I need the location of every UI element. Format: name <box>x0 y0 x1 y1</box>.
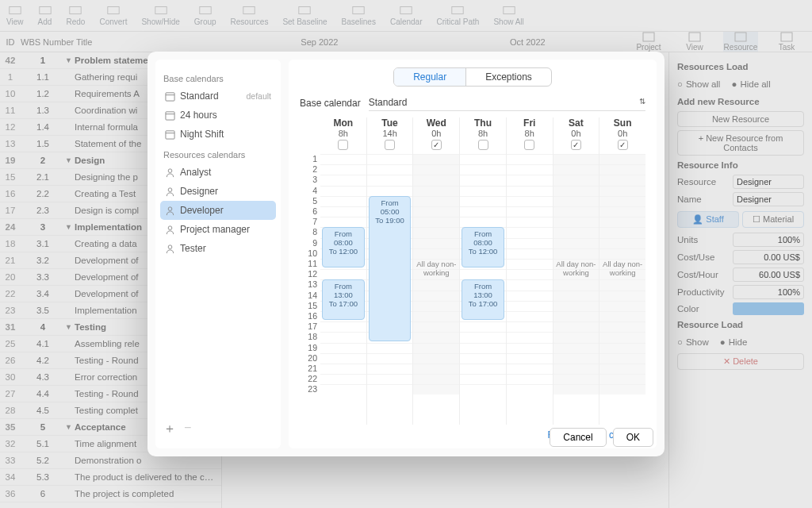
resource-calendar-item[interactable]: Developer <box>160 201 276 220</box>
svg-rect-16 <box>166 92 174 100</box>
resource-calendar-item[interactable]: Project manager <box>160 220 276 239</box>
ok-button[interactable]: OK <box>613 428 653 447</box>
day-checkbox[interactable] <box>618 140 628 150</box>
svg-rect-18 <box>166 111 174 119</box>
day-hours: 0h <box>553 129 599 138</box>
day-checkbox[interactable] <box>571 140 581 150</box>
base-calendar-label: Base calendar <box>300 98 361 109</box>
sidebar-section-label: Resources calendars <box>163 150 273 160</box>
svg-point-22 <box>168 168 172 172</box>
add-calendar-button[interactable]: ＋ <box>163 421 176 437</box>
day-hours: 8h <box>460 129 506 138</box>
time-block[interactable]: From 08:00To 12:00 <box>322 227 365 267</box>
time-block[interactable]: From 08:00To 12:00 <box>462 227 504 267</box>
day-column-mon: Mon8hFrom 08:00To 12:00From 13:00To 17:0… <box>320 117 366 425</box>
time-block[interactable]: From 13:00To 17:00 <box>322 279 365 320</box>
calendar-sidebar: Base calendars Standarddefault24 hoursNi… <box>155 60 281 448</box>
time-block[interactable]: From 05:00To 19:00 <box>369 196 412 341</box>
allday-label: All day non-working <box>553 260 599 277</box>
time-block[interactable]: From 13:00To 17:00 <box>462 279 504 320</box>
svg-point-23 <box>168 187 172 191</box>
base-calendar-item[interactable]: Night Shift <box>160 125 276 144</box>
cancel-button[interactable]: Cancel <box>550 428 606 447</box>
day-hours: 8h <box>507 129 553 138</box>
day-name: Tue <box>367 117 413 129</box>
day-name: Sun <box>599 117 645 129</box>
day-checkbox[interactable] <box>338 140 348 150</box>
day-hours: 8h <box>320 129 366 138</box>
sidebar-section-label: Base calendars <box>163 74 273 83</box>
day-column-tue: Tue14hFrom 05:00To 19:00 <box>366 117 413 425</box>
calendar-modal: Base calendars Standarddefault24 hoursNi… <box>147 52 665 456</box>
allday-label: All day non-working <box>599 260 645 277</box>
segment-regular[interactable]: Regular <box>394 68 465 86</box>
base-calendar-item[interactable]: Standarddefault <box>160 87 276 106</box>
day-column-thu: Thu8hFrom 08:00To 12:00From 13:00To 17:0… <box>459 117 506 425</box>
day-checkbox[interactable] <box>431 140 442 150</box>
modal-overlay: Base calendars Standarddefault24 hoursNi… <box>0 0 812 508</box>
resource-calendar-item[interactable]: Tester <box>160 239 276 258</box>
day-name: Thu <box>460 117 506 129</box>
svg-point-25 <box>168 225 172 229</box>
day-checkbox[interactable] <box>524 140 534 150</box>
hours-axis: 1234567891011121314151617181920212223 <box>300 117 320 425</box>
remove-calendar-button[interactable]: − <box>184 421 191 437</box>
week-grid: Mon8hFrom 08:00To 12:00From 13:00To 17:0… <box>320 117 645 425</box>
day-hours: 0h <box>413 129 459 138</box>
day-name: Fri <box>507 117 553 129</box>
day-column-sun: Sun0hAll day non-working <box>599 117 645 425</box>
day-name: Mon <box>320 117 366 129</box>
day-column-wed: Wed0hAll day non-working <box>412 117 459 425</box>
svg-rect-20 <box>166 130 174 138</box>
day-name: Wed <box>413 117 459 129</box>
base-calendar-select[interactable]: Standard ⇅ <box>369 94 645 111</box>
day-column-fri: Fri8h <box>506 117 553 425</box>
resource-calendar-item[interactable]: Analyst <box>160 163 276 182</box>
day-hours: 0h <box>599 129 645 138</box>
day-hours: 14h <box>367 129 413 138</box>
segment-control: Regular Exceptions <box>393 67 552 87</box>
chevron-updown-icon: ⇅ <box>639 97 645 108</box>
svg-point-26 <box>168 244 172 248</box>
resource-calendar-item[interactable]: Designer <box>160 182 276 201</box>
base-calendar-item[interactable]: 24 hours <box>160 106 276 125</box>
allday-label: All day non-working <box>413 260 459 277</box>
day-checkbox[interactable] <box>478 140 488 150</box>
day-name: Sat <box>553 117 599 129</box>
day-checkbox[interactable] <box>385 140 395 150</box>
svg-point-24 <box>168 206 172 210</box>
day-column-sat: Sat0hAll day non-working <box>553 117 599 425</box>
segment-exceptions[interactable]: Exceptions <box>465 68 551 86</box>
calendar-main-panel: Regular Exceptions Base calendar Standar… <box>289 60 657 448</box>
